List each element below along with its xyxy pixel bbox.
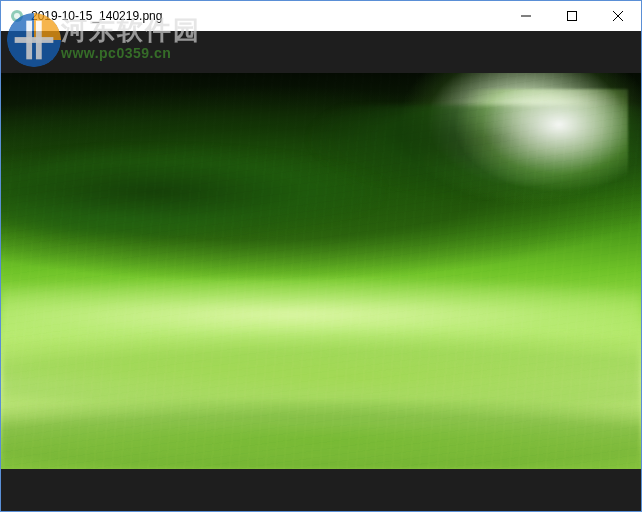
close-icon [613,11,623,21]
app-icon [9,8,25,24]
svg-point-1 [14,13,20,19]
svg-rect-3 [568,12,577,21]
image-viewer-window: 2019-10-15_140219.png [0,0,642,512]
maximize-icon [567,11,577,21]
image-canvas [1,73,641,469]
viewer-content[interactable]: 河东软件园 www.pc0359.cn [1,31,641,511]
maximize-button[interactable] [549,1,595,31]
titlebar[interactable]: 2019-10-15_140219.png [1,1,641,31]
close-button[interactable] [595,1,641,31]
svg-rect-10 [15,37,54,43]
minimize-icon [521,11,531,21]
window-title: 2019-10-15_140219.png [31,9,162,23]
watermark-url: www.pc0359.cn [61,45,201,61]
minimize-button[interactable] [503,1,549,31]
watermark: 河东软件园 www.pc0359.cn [5,31,201,69]
